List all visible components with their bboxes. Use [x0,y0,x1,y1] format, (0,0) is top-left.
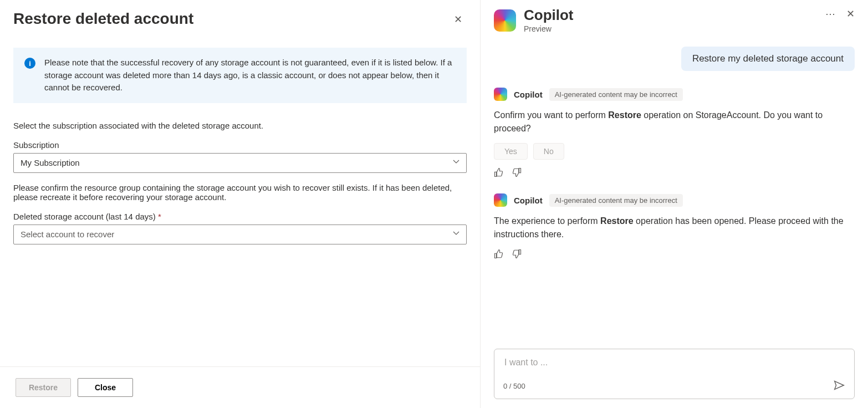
yes-button[interactable]: Yes [494,143,528,160]
subscription-value: My Subscription [21,158,80,167]
no-button[interactable]: No [533,143,564,160]
input-bottom-row: 0 / 500 [503,379,845,393]
msg-text-part: The experience to perform [494,216,600,226]
deleted-account-placeholder: Select account to recover [21,230,114,239]
more-icon[interactable]: ⋯ [825,8,835,20]
chat-input[interactable] [503,357,845,368]
close-copilot-icon[interactable]: ✕ [846,8,855,20]
close-button[interactable]: Close [78,378,133,397]
copilot-message: Copilot AI-generated content may be inco… [494,88,855,179]
sender-name: Copilot [514,196,543,205]
copilot-header-right: ⋯ ✕ [825,8,855,20]
copilot-header: Copilot Preview ⋯ ✕ [494,8,855,33]
msg-text-bold: Restore [600,216,634,226]
copilot-subtitle: Preview [524,24,574,33]
copilot-header-left: Copilot Preview [494,8,574,33]
copilot-logo-icon [494,193,507,207]
deleted-account-select[interactable]: Select account to recover [13,225,467,244]
copilot-title: Copilot [524,8,574,22]
subscription-label: Subscription [13,140,467,150]
copilot-message: Copilot AI-generated content may be inco… [494,193,855,261]
thumbs-up-icon[interactable] [494,167,504,179]
message-text: The experience to perform Restore operat… [494,215,855,241]
msg-text-part: Confirm you want to perform [494,110,608,120]
dialog-footer: Restore Close [0,366,480,408]
copilot-logo-icon [494,9,516,32]
feedback-row [494,249,855,261]
message-header: Copilot AI-generated content may be inco… [494,88,855,101]
subscription-prompt: Select the subscription associated with … [13,121,467,130]
close-icon[interactable]: ✕ [454,13,462,26]
copilot-panel: Copilot Preview ⋯ ✕ Restore my deleted s… [481,0,868,408]
required-indicator: * [158,212,161,221]
char-count: 0 / 500 [503,382,525,390]
ai-disclaimer-badge: AI-generated content may be incorrect [549,194,683,207]
confirm-buttons: Yes No [494,143,855,160]
dialog-content: Restore deleted account ✕ i Please note … [0,0,480,366]
feedback-row [494,167,855,179]
subscription-select[interactable]: My Subscription [13,153,467,173]
message-header: Copilot AI-generated content may be inco… [494,193,855,207]
user-message: Restore my deleted storage account [681,47,855,71]
thumbs-up-icon[interactable] [494,249,504,261]
restore-button[interactable]: Restore [16,378,71,397]
copilot-logo-icon [494,88,507,101]
chevron-down-icon [453,159,459,167]
chat-body: Restore my deleted storage account Copil… [494,47,855,343]
send-icon[interactable] [833,379,845,393]
sender-name: Copilot [514,90,543,99]
thumbs-down-icon[interactable] [512,167,522,179]
ai-disclaimer-badge: AI-generated content may be incorrect [549,88,683,101]
dialog-title: Restore deleted account [13,10,467,28]
restore-dialog: Restore deleted account ✕ i Please note … [0,0,481,408]
chat-input-box: 0 / 500 [494,349,855,399]
chevron-down-icon [453,230,459,238]
info-icon: i [24,58,35,69]
info-text: Please note that the successful recovery… [44,57,456,94]
resource-group-prompt: Please confirm the resource group contai… [13,183,467,202]
msg-text-bold: Restore [608,110,641,120]
thumbs-down-icon[interactable] [512,249,522,261]
message-text: Confirm you want to perform Restore oper… [494,109,855,135]
deleted-account-label-text: Deleted storage account (last 14 days) [13,212,156,221]
deleted-account-label: Deleted storage account (last 14 days) * [13,212,467,221]
info-banner: i Please note that the successful recove… [13,48,467,103]
